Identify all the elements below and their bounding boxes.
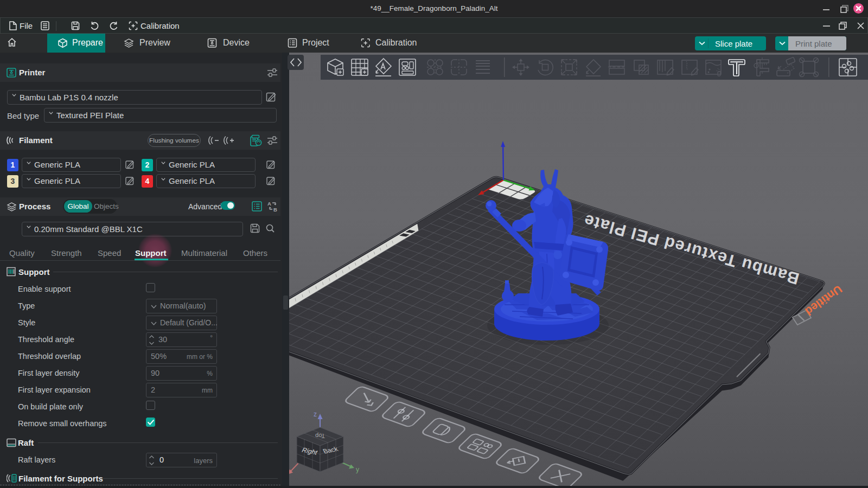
svg-text:z: z: [314, 410, 317, 418]
svg-text:y: y: [356, 466, 359, 473]
svg-text:Top: Top: [315, 433, 325, 439]
svg-text:B: B: [273, 207, 277, 212]
svg-text:A: A: [267, 201, 271, 207]
